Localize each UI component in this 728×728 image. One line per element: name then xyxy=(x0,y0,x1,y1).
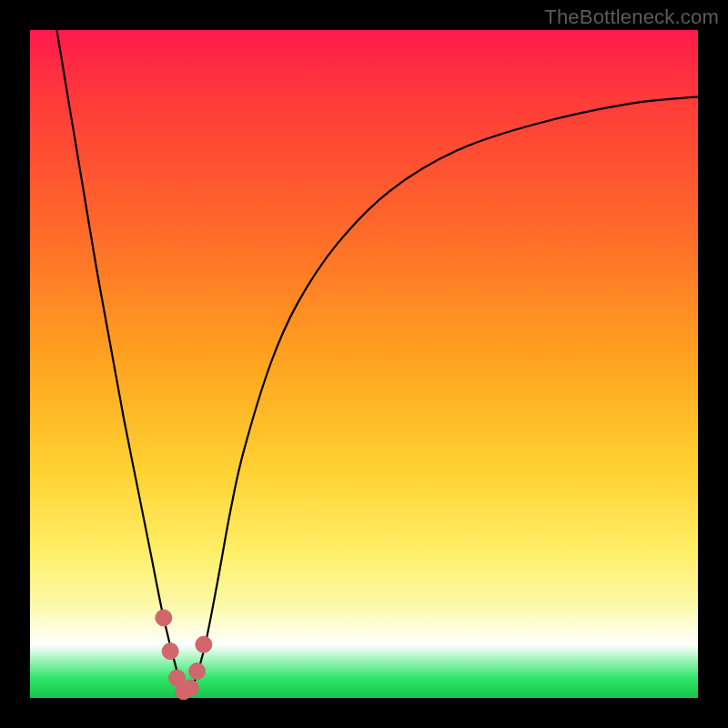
marker-dot xyxy=(156,610,172,626)
bottleneck-curve xyxy=(56,30,698,695)
marker-dot xyxy=(182,680,198,696)
marker-dot xyxy=(162,643,178,660)
plot-area xyxy=(30,30,698,698)
marker-dot xyxy=(196,636,212,652)
marker-dot xyxy=(189,663,206,680)
curve-layer xyxy=(30,30,698,698)
chart-stage: TheBottleneck.com xyxy=(0,0,728,728)
watermark-label: TheBottleneck.com xyxy=(544,5,719,29)
